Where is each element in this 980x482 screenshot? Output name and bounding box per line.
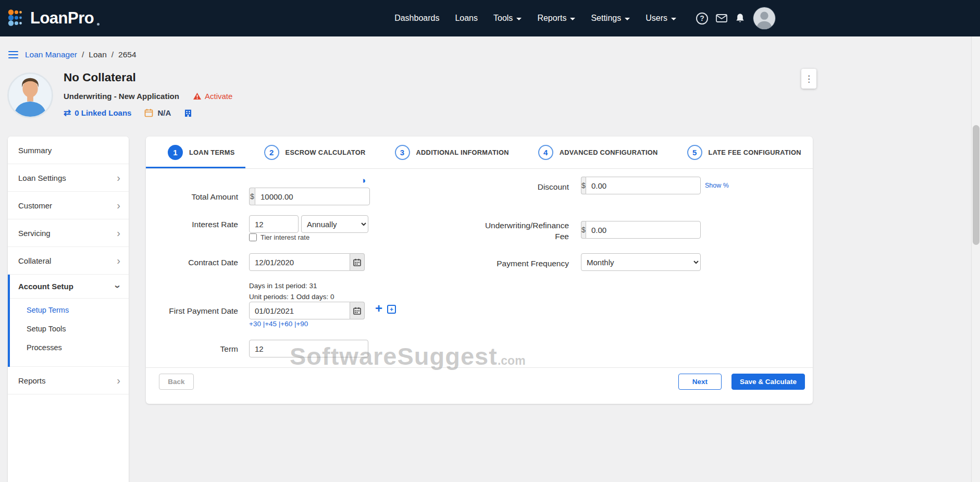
linked-loans-icon: ⇄ [64, 107, 71, 118]
nav-settings[interactable]: Settings [591, 14, 630, 23]
scrollbar-thumb[interactable] [973, 125, 979, 245]
loan-sidebar: Summary Loan Settings› Customer› Servici… [8, 137, 129, 482]
sidebar-item-account-setup[interactable]: Account Setup› [10, 275, 129, 299]
payment-date-shortcuts[interactable]: +30 |+45 |+60 |+90 [249, 320, 308, 328]
borrower-avatar [7, 72, 53, 118]
more-options-button[interactable]: ⋮ [801, 69, 816, 89]
currency-prefix: $ [249, 188, 255, 205]
nav-loans[interactable]: Loans [455, 14, 478, 23]
sidebar-item-setup-terms[interactable]: Setup Terms [10, 301, 129, 319]
payment-frequency-select[interactable]: Monthly [581, 253, 701, 271]
save-calculate-button[interactable]: Save & Calculate [731, 374, 805, 390]
step-label: LOAN TERMS [189, 149, 235, 156]
calendar-icon[interactable] [144, 108, 153, 117]
nav-users-label: Users [646, 14, 667, 23]
interest-period-select[interactable]: Annually [301, 215, 368, 233]
term-input[interactable] [249, 340, 368, 357]
linked-loans-link[interactable]: 0 Linked Loans [75, 108, 131, 117]
total-amount-input[interactable] [255, 188, 370, 205]
nav-tools-label: Tools [493, 14, 513, 23]
mail-icon[interactable] [716, 14, 727, 22]
sidebar-item-setup-tools[interactable]: Setup Tools [10, 319, 129, 338]
sidebar-item-collateral[interactable]: Collateral› [8, 247, 129, 275]
nav-reports-label: Reports [537, 14, 566, 23]
step-late-fee-configuration[interactable]: 5 LATE FEE CONFIGURATION [687, 137, 801, 168]
sidebar-item-summary[interactable]: Summary [8, 137, 129, 164]
first-payment-date-input[interactable] [249, 302, 350, 319]
nav-reports[interactable]: Reports [537, 14, 575, 23]
first-payment-date-group [249, 302, 365, 319]
term-label: Term [156, 343, 238, 354]
chevron-right-icon: › [117, 228, 120, 238]
loan-status: Underwriting - New Application [64, 92, 179, 101]
discount-input[interactable] [586, 177, 701, 194]
breadcrumb-loan-manager[interactable]: Loan Manager [25, 50, 77, 59]
interest-rate-label: Interest Rate [156, 219, 238, 230]
back-button[interactable]: Back [159, 374, 194, 390]
sidebar-item-processes[interactable]: Processes [10, 338, 129, 357]
chevron-right-icon: › [117, 200, 120, 211]
step-number: 4 [538, 145, 553, 160]
nav-users[interactable]: Users [646, 14, 676, 23]
nav-dashboards[interactable]: Dashboards [394, 14, 439, 23]
chevron-right-icon: › [117, 375, 120, 386]
currency-prefix: $ [581, 221, 586, 239]
discount-label: Discount [485, 181, 569, 192]
add-multiple-dates-icon[interactable]: + [387, 305, 396, 314]
sidebar-item-customer[interactable]: Customer› [8, 192, 129, 219]
chevron-down-icon [625, 18, 630, 20]
contract-date-input[interactable] [249, 253, 350, 271]
tier-interest-row: Tier interest rate [249, 233, 309, 241]
company-icon[interactable] [184, 109, 192, 117]
chevron-down-icon [570, 18, 575, 20]
chevron-right-icon: › [117, 172, 120, 183]
total-amount-group: $ [249, 188, 370, 205]
step-escrow-calculator[interactable]: 2 ESCROW CALCULATOR [264, 137, 366, 168]
help-icon[interactable]: ? [696, 13, 708, 24]
interest-rate-input[interactable] [249, 215, 299, 233]
step-number: 2 [264, 145, 279, 160]
top-navbar: LoanPro Dashboards Loans Tools Reports S… [0, 0, 980, 36]
add-payment-date-icon[interactable]: + [375, 302, 382, 315]
sidebar-item-loan-settings[interactable]: Loan Settings› [8, 164, 129, 192]
activate-link[interactable]: Activate [193, 92, 232, 101]
loanpro-logo[interactable]: LoanPro [7, 9, 100, 28]
sidebar-item-servicing[interactable]: Servicing› [8, 219, 129, 247]
calendar-picker-icon[interactable] [350, 302, 365, 319]
first-payment-date-label: First Payment Date [156, 305, 238, 316]
underwriting-fee-input[interactable] [586, 221, 701, 239]
sidebar-item-label: Account Setup [18, 282, 73, 291]
step-number: 5 [687, 145, 702, 160]
contract-date-label: Contract Date [156, 257, 238, 268]
chevron-right-icon: › [117, 255, 120, 266]
user-avatar[interactable] [753, 7, 776, 30]
step-additional-information[interactable]: 3 ADDITIONAL INFORMATION [395, 137, 509, 168]
tier-interest-checkbox[interactable] [249, 233, 257, 241]
step-number: 3 [395, 145, 410, 160]
calendar-picker-icon[interactable] [350, 253, 365, 271]
underwriting-fee-group: $ [581, 221, 701, 239]
app-root: LoanPro Dashboards Loans Tools Reports S… [0, 0, 980, 482]
step-loan-terms[interactable]: 1 LOAN TERMS [168, 137, 235, 168]
show-percent-link[interactable]: Show % [705, 182, 729, 189]
total-amount-label: Total Amount [156, 191, 238, 202]
contract-date-group [249, 253, 365, 271]
underwriting-fee-label: Underwriting/Refinance Fee [485, 220, 569, 242]
breadcrumb-loan[interactable]: Loan [89, 50, 106, 59]
step-label: ADDITIONAL INFORMATION [416, 149, 509, 156]
menu-icon[interactable] [8, 51, 18, 59]
breadcrumb-loan-id: 2654 [118, 50, 136, 59]
step-label: ADVANCED CONFIGURATION [560, 149, 658, 156]
nav-settings-label: Settings [591, 14, 621, 23]
step-advanced-configuration[interactable]: 4 ADVANCED CONFIGURATION [538, 137, 658, 168]
breadcrumb: Loan Manager / Loan / 2654 [8, 50, 137, 59]
main-nav: Dashboards Loans Tools Reports Settings … [394, 14, 676, 23]
rate-toggle-icon[interactable]: ◑ [361, 176, 366, 185]
page-scrollbar[interactable] [971, 36, 980, 482]
next-button[interactable]: Next [678, 374, 722, 390]
sidebar-item-reports[interactable]: Reports› [8, 367, 129, 394]
footer-divider [146, 367, 813, 368]
bell-icon[interactable] [735, 13, 745, 23]
loan-meta-row: ⇄ 0 Linked Loans N/A [64, 107, 192, 118]
nav-tools[interactable]: Tools [493, 14, 522, 23]
